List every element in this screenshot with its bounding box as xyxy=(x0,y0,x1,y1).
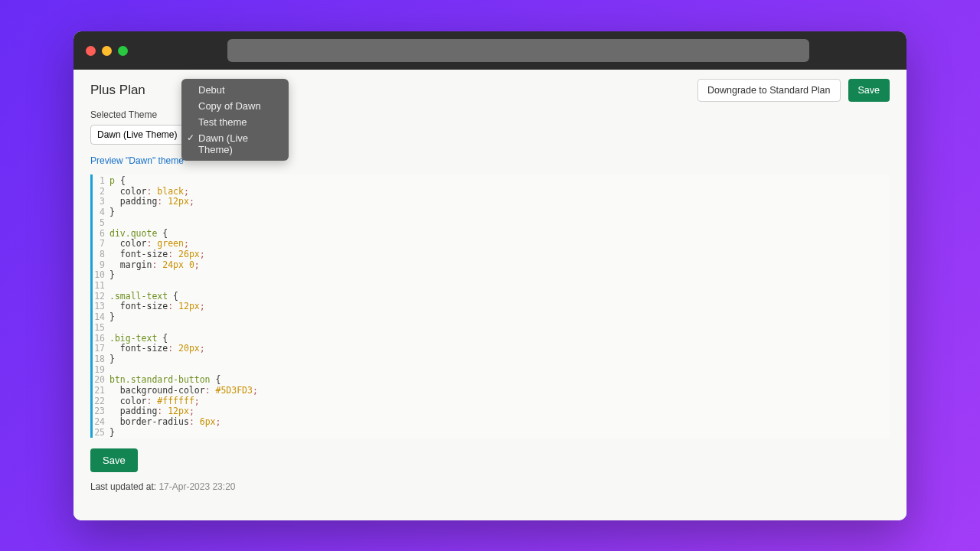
line-number: 20 xyxy=(93,375,109,386)
code-line[interactable]: 7 color: green; xyxy=(93,239,890,249)
line-number: 12 xyxy=(93,292,109,302)
code-line[interactable]: 25} xyxy=(93,428,890,438)
line-number: 13 xyxy=(93,302,109,312)
line-content: color: green; xyxy=(109,239,189,249)
header-actions: Downgrade to Standard Plan Save xyxy=(697,79,890,102)
browser-titlebar xyxy=(74,31,906,70)
maximize-icon[interactable] xyxy=(118,46,128,56)
theme-option[interactable]: Debut xyxy=(181,82,289,98)
minimize-icon[interactable] xyxy=(102,46,112,56)
save-button-bottom[interactable]: Save xyxy=(90,448,138,472)
line-content: font-size: 12px; xyxy=(109,302,205,312)
traffic-lights xyxy=(86,46,128,56)
line-number: 7 xyxy=(93,239,109,249)
line-content: btn.standard-button { xyxy=(109,375,220,386)
code-line[interactable]: 8 font-size: 26px; xyxy=(93,249,890,260)
line-content: .big-text { xyxy=(109,334,168,344)
line-number: 22 xyxy=(93,396,109,407)
code-line[interactable]: 3 padding: 12px; xyxy=(93,197,890,207)
code-line[interactable]: 6div.quote { xyxy=(93,229,890,240)
code-line[interactable]: 9 margin: 24px 0; xyxy=(93,260,890,271)
page-content: Plus Plan Downgrade to Standard Plan Sav… xyxy=(74,70,906,520)
code-line[interactable]: 15 xyxy=(93,323,890,334)
url-bar[interactable] xyxy=(227,39,809,62)
line-content: padding: 12px; xyxy=(109,197,194,207)
line-number: 4 xyxy=(93,207,109,218)
line-number: 6 xyxy=(93,229,109,240)
line-number: 14 xyxy=(93,312,109,323)
line-content: div.quote { xyxy=(109,229,168,240)
line-content: margin: 24px 0; xyxy=(109,260,200,271)
theme-option[interactable]: Dawn (Live Theme) xyxy=(181,130,289,158)
code-line[interactable]: 19 xyxy=(93,365,890,376)
line-content: } xyxy=(109,207,115,218)
code-line[interactable]: 18} xyxy=(93,354,890,365)
last-updated-timestamp: 17-Apr-2023 23:20 xyxy=(158,481,235,492)
line-number: 10 xyxy=(93,270,109,281)
theme-select-value: Dawn (Live Theme) xyxy=(97,129,177,140)
line-content: } xyxy=(109,354,115,365)
line-number: 18 xyxy=(93,354,109,365)
page-title: Plus Plan xyxy=(90,83,145,98)
code-line[interactable]: 11 xyxy=(93,281,890,292)
line-number: 9 xyxy=(93,260,109,271)
browser-window: Plus Plan Downgrade to Standard Plan Sav… xyxy=(74,31,906,520)
theme-option[interactable]: Test theme xyxy=(181,114,289,130)
line-content: } xyxy=(109,312,115,323)
last-updated: Last updated at: 17-Apr-2023 23:20 xyxy=(90,481,906,492)
line-content: color: #ffffff; xyxy=(109,396,200,407)
code-line[interactable]: 23 padding: 12px; xyxy=(93,406,890,417)
code-line[interactable]: 17 font-size: 20px; xyxy=(93,344,890,354)
code-line[interactable]: 20btn.standard-button { xyxy=(93,375,890,386)
line-number: 8 xyxy=(93,249,109,260)
code-line[interactable]: 5 xyxy=(93,218,890,229)
code-line[interactable]: 14} xyxy=(93,312,890,323)
line-content: } xyxy=(109,428,115,438)
code-line[interactable]: 21 background-color: #5D3FD3; xyxy=(93,386,890,396)
downgrade-button[interactable]: Downgrade to Standard Plan xyxy=(697,79,841,102)
code-line[interactable]: 16.big-text { xyxy=(93,334,890,344)
line-content: font-size: 20px; xyxy=(109,344,205,354)
line-content: color: black; xyxy=(109,187,189,197)
code-line[interactable]: 4} xyxy=(93,207,890,218)
last-updated-label: Last updated at: xyxy=(90,481,158,492)
save-button-top[interactable]: Save xyxy=(848,79,890,102)
line-number: 11 xyxy=(93,281,109,292)
theme-dropdown[interactable]: DebutCopy of DawnTest themeDawn (Live Th… xyxy=(181,79,289,161)
code-line[interactable]: 24 border-radius: 6px; xyxy=(93,417,890,428)
line-content: } xyxy=(109,270,115,281)
code-line[interactable]: 10} xyxy=(93,270,890,281)
line-number: 19 xyxy=(93,365,109,376)
line-number: 17 xyxy=(93,344,109,354)
line-content: padding: 12px; xyxy=(109,406,194,417)
line-number: 2 xyxy=(93,187,109,197)
line-number: 25 xyxy=(93,428,109,438)
line-number: 5 xyxy=(93,218,109,229)
code-line[interactable]: 22 color: #ffffff; xyxy=(93,396,890,407)
code-line[interactable]: 12.small-text { xyxy=(93,292,890,302)
line-number: 21 xyxy=(93,386,109,396)
line-content: border-radius: 6px; xyxy=(109,417,220,428)
line-content: .small-text { xyxy=(109,292,178,302)
theme-option[interactable]: Copy of Dawn xyxy=(181,98,289,114)
line-content: font-size: 26px; xyxy=(109,249,205,260)
code-line[interactable]: 1p { xyxy=(93,176,890,187)
line-number: 24 xyxy=(93,417,109,428)
line-number: 23 xyxy=(93,406,109,417)
line-content: p { xyxy=(109,176,126,187)
theme-select[interactable]: Dawn (Live Theme) ▲▼ xyxy=(90,125,192,145)
code-line[interactable]: 13 font-size: 12px; xyxy=(93,302,890,312)
line-number: 15 xyxy=(93,323,109,334)
css-editor[interactable]: 1p {2 color: black;3 padding: 12px;4}56d… xyxy=(90,174,890,438)
code-line[interactable]: 2 color: black; xyxy=(93,187,890,197)
line-number: 1 xyxy=(93,176,109,187)
line-number: 16 xyxy=(93,334,109,344)
preview-theme-link[interactable]: Preview "Dawn" theme xyxy=(90,155,184,166)
close-icon[interactable] xyxy=(86,46,96,56)
line-number: 3 xyxy=(93,197,109,207)
line-content: background-color: #5D3FD3; xyxy=(109,386,258,396)
